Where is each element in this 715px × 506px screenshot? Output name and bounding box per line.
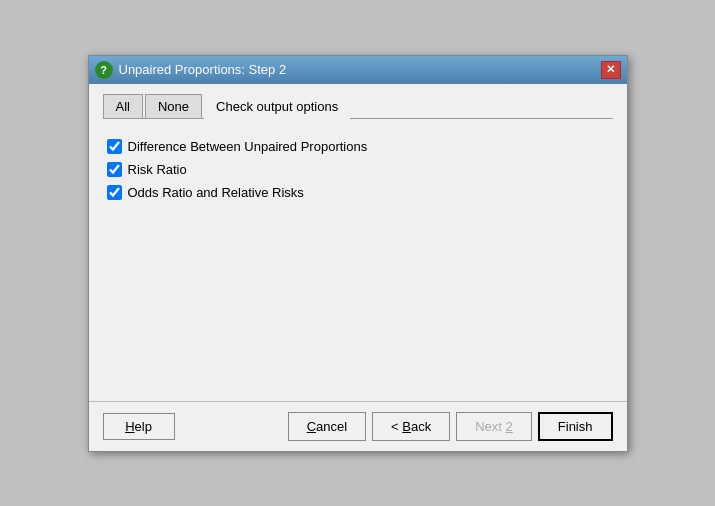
finish-button[interactable]: Finish (538, 412, 613, 441)
help-button[interactable]: Help (103, 413, 175, 440)
button-row: Help Cancel < Back Next 2 Finish (89, 401, 627, 451)
tab-row: All None Check output options (103, 94, 613, 119)
title-bar: ? Unpaired Proportions: Step 2 ✕ (89, 56, 627, 84)
checkbox-risk-ratio-label: Risk Ratio (128, 162, 187, 177)
checkbox-odds-ratio[interactable] (107, 185, 122, 200)
list-item[interactable]: Odds Ratio and Relative Risks (107, 185, 609, 200)
tab-none[interactable]: None (145, 94, 202, 118)
next-button[interactable]: Next 2 (456, 412, 532, 441)
checkbox-risk-ratio[interactable] (107, 162, 122, 177)
list-item[interactable]: Risk Ratio (107, 162, 609, 177)
back-button[interactable]: < Back (372, 412, 450, 441)
checkbox-odds-ratio-label: Odds Ratio and Relative Risks (128, 185, 304, 200)
cancel-button[interactable]: Cancel (288, 412, 366, 441)
button-group-right: Cancel < Back Next 2 Finish (288, 412, 613, 441)
checkbox-list: Difference Between Unpaired Proportions … (103, 131, 613, 208)
tab-all[interactable]: All (103, 94, 143, 118)
content-area: Difference Between Unpaired Proportions … (103, 131, 613, 391)
dialog-title: Unpaired Proportions: Step 2 (119, 62, 287, 77)
dialog-body: All None Check output options Difference… (89, 84, 627, 401)
list-item[interactable]: Difference Between Unpaired Proportions (107, 139, 609, 154)
checkbox-difference[interactable] (107, 139, 122, 154)
close-button[interactable]: ✕ (601, 61, 621, 79)
checkbox-difference-label: Difference Between Unpaired Proportions (128, 139, 368, 154)
tab-section-label: Check output options (204, 95, 350, 119)
title-bar-left: ? Unpaired Proportions: Step 2 (95, 61, 287, 79)
dialog-icon: ? (95, 61, 113, 79)
dialog-window: ? Unpaired Proportions: Step 2 ✕ All Non… (88, 55, 628, 452)
